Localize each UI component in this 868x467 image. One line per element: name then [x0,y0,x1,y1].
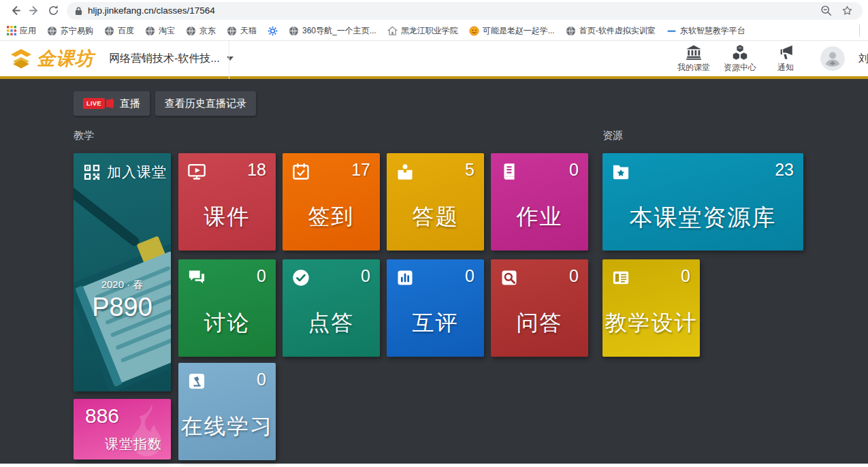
calendar-check-icon [291,162,310,181]
tile-label: 作业 [491,202,588,232]
live-label: 直播 [120,97,140,110]
tile-quick-answer[interactable]: 0 点答 [283,259,380,357]
person-box-icon [396,162,415,181]
tile-label: 问答 [491,308,588,338]
question-icon [500,268,519,287]
nav-resource-center[interactable]: 资源中心 [724,44,756,74]
tile-teaching-design[interactable]: 0 教学设计 [602,259,700,357]
tile-label: 互评 [387,308,484,338]
bookmark-360nav[interactable]: 360导航_一个主页... [289,25,376,37]
header-nav: 我的课堂 资源中心 通知 刘 [677,44,868,74]
tile-label: 本课堂资源库 [602,202,803,234]
tile-discussion[interactable]: 0 讨论 [178,259,276,357]
document-list-icon [611,268,630,287]
browser-toolbar: hljp.jinkefang.cn/classes/17564 [0,0,868,21]
tile-answer[interactable]: 5 答题 [387,153,484,251]
tile-peer-review[interactable]: 0 互评 [387,259,484,357]
tile-qa[interactable]: 0 问答 [491,259,588,357]
section-teaching: 教学 [74,129,94,142]
monitor-play-icon [187,162,206,181]
header-divider [229,41,229,79]
bookmark-taobao[interactable]: 淘宝 [145,25,175,37]
globe-icon [566,26,576,36]
section-resources: 资源 [602,129,623,142]
logo-text: 金课坊 [37,46,94,71]
live-badge: LIVE [83,98,105,109]
chat-bubbles-icon [187,268,206,287]
gear-icon [268,26,278,36]
bookmarks-divider [859,25,860,37]
url-text: hljp.jinkefang.cn/classes/17564 [88,5,820,16]
globe-icon [186,26,196,36]
jinkefang-logo-icon [8,48,34,69]
tile-count: 0 [257,266,266,286]
tile-count: 23 [775,160,794,180]
bookmark-apps[interactable]: 应用 [7,25,36,37]
class-index-card[interactable]: 886 课堂指数 [74,399,171,460]
bookmark-tmall[interactable]: 天猫 [227,25,257,37]
tile-homework[interactable]: 0 作业 [491,153,588,251]
book-illustration [74,153,171,391]
tile-courseware[interactable]: 18 课件 [178,153,276,251]
bookmark-neusoft[interactable]: 东软智慧教学平台 [666,25,745,37]
site-header: 金课坊 网络营销技术-软件技... 我的课堂 资源中心 [0,41,868,79]
bookmark-settings[interactable] [268,26,278,36]
class-dashboard: LIVE 直播 查看历史直播记录 教学 资源 [0,79,868,464]
chevron-down-icon [227,57,234,61]
site-logo[interactable]: 金课坊 [8,46,94,71]
bookmark-vlab-home[interactable]: 首页-软件虚拟实训室 [566,25,656,37]
tile-online-learning[interactable]: 0 在线学习 [178,363,276,460]
bookmark-suning[interactable]: 苏宁易购 [47,25,93,37]
cubes-icon [731,44,749,61]
tile-label: 讨论 [178,308,276,338]
tile-label: 在线学习 [178,412,276,442]
bank-icon [685,44,703,61]
user-name: 刘 [858,52,868,65]
tile-count: 18 [247,160,266,180]
term-label: 2020 · 春 [74,278,171,291]
bookmark-hlj-college[interactable]: 黑龙江职业学院 [387,25,458,37]
video-camera-icon [106,99,114,108]
tile-resource-library[interactable]: 23 本课堂资源库 [602,153,803,251]
globe-icon [145,26,155,36]
history-live-button[interactable]: 查看历史直播记录 [155,91,256,116]
back-button[interactable] [5,1,25,20]
tile-count: 0 [569,266,579,286]
forward-button[interactable] [25,1,44,20]
zoom-out-icon[interactable] [820,5,832,16]
join-class-card[interactable]: 加入课堂 2020 · 春 P890 [74,153,171,391]
nav-notifications[interactable]: 通知 [770,44,801,74]
index-label: 课堂指数 [105,435,162,453]
course-selector[interactable]: 网络营销技术-软件技... [109,52,234,66]
course-title: 网络营销技术-软件技... [109,52,220,66]
avatar[interactable] [820,46,845,71]
tile-label: 教学设计 [602,308,700,338]
bookmark-jd[interactable]: 京东 [186,25,216,37]
apps-grid-icon [7,26,16,35]
reload-button[interactable] [44,1,63,20]
tile-count: 5 [465,160,475,180]
globe-icon [47,26,57,36]
tile-label: 签到 [283,202,380,232]
bookmarks-bar: 应用 苏宁易购 百度 淘宝 京东 天猫 360导航_一个主页... [0,21,868,41]
lock-icon [75,6,82,16]
tile-checkin[interactable]: 17 签到 [283,153,380,251]
megaphone-icon [777,44,794,61]
tile-label: 答题 [387,202,484,232]
dash-site-icon [666,26,677,36]
tile-count: 0 [361,266,370,286]
index-value: 886 [85,404,119,428]
bookmark-star-icon[interactable] [841,5,853,16]
nav-my-classes[interactable]: 我的课堂 [677,44,710,74]
tile-count: 0 [257,370,266,389]
bookmark-laozhao[interactable]: 可能是老赵一起学... [469,25,555,37]
live-button[interactable]: LIVE 直播 [74,91,150,116]
globe-icon [104,26,114,36]
face-site-icon [469,26,479,36]
check-circle-icon [291,268,310,287]
tile-label: 点答 [283,308,380,338]
desk-lamp-icon [187,372,206,391]
bar-chart-icon [396,268,415,287]
bookmark-baidu[interactable]: 百度 [104,25,134,37]
url-bar[interactable]: hljp.jinkefang.cn/classes/17564 [67,2,863,20]
